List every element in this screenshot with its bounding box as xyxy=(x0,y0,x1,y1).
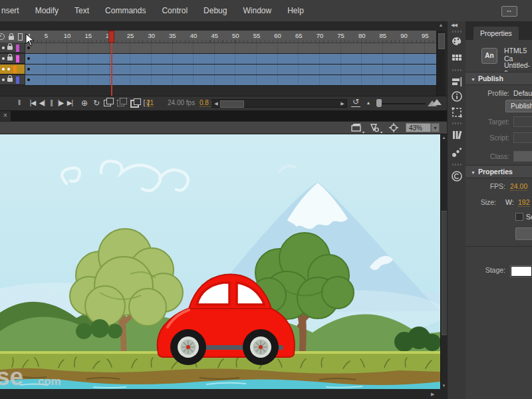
ruler-frame-85[interactable]: 85 xyxy=(380,32,387,39)
center-stage-icon[interactable] xyxy=(389,123,398,132)
dock-grip[interactable] xyxy=(452,164,462,166)
layer-controls-1[interactable] xyxy=(0,43,25,53)
dock-grip[interactable] xyxy=(452,122,462,124)
keyframe-dot[interactable] xyxy=(27,47,30,49)
layer-frames-track[interactable] xyxy=(25,43,436,54)
step-forward-button[interactable]: |▶ xyxy=(56,98,65,108)
ruler-frame-35[interactable]: 35 xyxy=(169,32,176,39)
scroll-right-icon[interactable]: ▶ xyxy=(431,392,434,397)
stage-vertical-scrollbar[interactable]: ▲ ▼ xyxy=(440,134,447,389)
layer-controls-4[interactable] xyxy=(0,75,25,85)
dock-grip[interactable] xyxy=(452,31,462,33)
script-field[interactable] xyxy=(513,132,532,143)
scrollbar-thumb[interactable] xyxy=(220,100,244,108)
zoom-in-frames-icon[interactable] xyxy=(432,99,442,105)
onion-skin-outlines-button[interactable] xyxy=(117,100,124,106)
layer-controls-2[interactable] xyxy=(0,54,25,64)
timeline-vertical-scrollbar[interactable] xyxy=(436,31,445,96)
edit-scene-caret-icon[interactable]: ▾ xyxy=(362,130,364,134)
menu-item-window[interactable]: Window xyxy=(235,0,279,21)
creative-cloud-panel-icon[interactable] xyxy=(451,170,463,182)
timeline-layer-1[interactable] xyxy=(0,43,436,54)
menu-item-commands[interactable]: Commands xyxy=(97,0,154,21)
loop-playback-button[interactable]: ↻ xyxy=(92,98,101,108)
menu-item-control[interactable]: Control xyxy=(154,0,196,21)
document-tab-close-icon[interactable]: × xyxy=(0,111,11,121)
stage-color-swatch[interactable] xyxy=(511,266,532,277)
step-back-button[interactable]: ◀| xyxy=(37,98,47,108)
ruler-frame-5[interactable]: 5 xyxy=(45,32,48,39)
menu-item-text[interactable]: Text xyxy=(66,0,97,21)
ruler-frame-90[interactable]: 90 xyxy=(400,32,408,39)
edit-symbols-icon[interactable] xyxy=(370,123,380,132)
outline-column-icon[interactable] xyxy=(18,33,23,41)
layer-lock-icon[interactable] xyxy=(7,46,13,50)
align-panel-icon[interactable] xyxy=(451,76,463,88)
swatches-panel-icon[interactable] xyxy=(451,52,463,64)
section-collapse-icon[interactable]: ▼ xyxy=(471,77,475,82)
keyframe-dot[interactable] xyxy=(27,68,30,70)
edit-symbols-caret-icon[interactable]: ▾ xyxy=(380,130,382,134)
zoom-out-frames-icon[interactable]: ▲ xyxy=(365,98,372,108)
scrollbar-thumb[interactable] xyxy=(438,33,445,49)
keyframe-dot[interactable] xyxy=(27,57,30,60)
ruler-frame-80[interactable]: 80 xyxy=(358,32,366,39)
stage-zoom-dropdown-icon[interactable]: ▼ xyxy=(431,123,440,132)
scroll-right-icon[interactable]: ▶ xyxy=(338,100,346,107)
ruler-frame-25[interactable]: 25 xyxy=(127,32,134,39)
go-to-last-frame-button[interactable]: ▶| xyxy=(65,98,74,108)
fps-value[interactable]: 24.00 xyxy=(510,182,527,191)
publish-settings-button[interactable]: Publish xyxy=(505,100,532,112)
stage-zoom-value[interactable]: 43% xyxy=(406,123,431,132)
width-value[interactable]: 192 xyxy=(518,198,530,207)
timeline-layer-3[interactable] xyxy=(0,65,436,75)
frame-size-slider-knob[interactable] xyxy=(376,99,382,107)
menu-item-help[interactable]: Help xyxy=(279,0,312,21)
timeline-ruler[interactable]: 15101520253035404550556065707580859095 xyxy=(25,31,436,43)
publish-section-header[interactable]: ▼Publish xyxy=(466,72,532,85)
timeline-layer-4[interactable] xyxy=(0,75,436,86)
ruler-frame-75[interactable]: 75 xyxy=(337,32,344,39)
target-field[interactable] xyxy=(513,116,532,127)
frame-size-slider[interactable] xyxy=(376,103,426,104)
layer-controls-3[interactable] xyxy=(0,65,25,74)
profile-value[interactable]: Default xyxy=(513,89,532,97)
layer-lock-icon[interactable] xyxy=(7,57,13,61)
ruler-frame-10[interactable]: 10 xyxy=(64,32,71,39)
center-frame-button[interactable]: ⊕ xyxy=(80,98,89,108)
timeline-layer-2[interactable] xyxy=(0,54,436,65)
scroll-left-icon[interactable]: ◀ xyxy=(212,100,220,107)
ruler-frame-50[interactable]: 50 xyxy=(232,32,239,39)
ruler-frame-60[interactable]: 60 xyxy=(274,32,281,39)
class-field[interactable] xyxy=(513,151,532,162)
onion-skin-button[interactable] xyxy=(104,100,111,106)
stage-canvas[interactable]: se .com xyxy=(0,134,440,389)
layer-visible-dot[interactable] xyxy=(2,57,5,60)
playhead-marker[interactable] xyxy=(108,31,114,43)
edit-scene-icon[interactable] xyxy=(351,123,362,132)
ruler-frame-15[interactable]: 15 xyxy=(84,32,92,39)
menu-item-modify[interactable]: Modify xyxy=(27,0,66,21)
ruler-frame-70[interactable]: 70 xyxy=(317,32,324,39)
scale-checkbox[interactable] xyxy=(515,213,523,221)
ruler-frame-30[interactable]: 30 xyxy=(148,32,155,39)
menu-item-nsert[interactable]: nsert xyxy=(0,0,27,21)
scroll-up-icon[interactable]: ▲ xyxy=(441,136,447,140)
frame-rate-value[interactable]: 24.00 fps xyxy=(168,99,195,106)
ruler-frame-45[interactable]: 45 xyxy=(211,32,218,39)
reset-timeline-zoom-button[interactable]: ↺ xyxy=(351,98,360,107)
snap-dots-panel-icon[interactable] xyxy=(451,146,463,158)
tab-properties[interactable]: Properties xyxy=(473,27,519,40)
ruler-frame-55[interactable]: 55 xyxy=(253,32,261,39)
pause-button[interactable]: || xyxy=(47,98,56,108)
advanced-settings-button[interactable] xyxy=(515,227,532,240)
scroll-down-icon[interactable]: ▼ xyxy=(441,384,447,388)
color-panel-icon[interactable] xyxy=(451,36,463,48)
eye-visibility-icon[interactable] xyxy=(0,33,5,40)
menu-item-debug[interactable]: Debug xyxy=(196,0,235,21)
go-to-first-frame-button[interactable]: |◀ xyxy=(28,98,37,108)
ruler-frame-95[interactable]: 95 xyxy=(422,32,429,39)
dock-grip[interactable] xyxy=(452,69,462,71)
ruler-frame-65[interactable]: 65 xyxy=(295,32,303,39)
layer-lock-icon[interactable] xyxy=(7,78,13,82)
